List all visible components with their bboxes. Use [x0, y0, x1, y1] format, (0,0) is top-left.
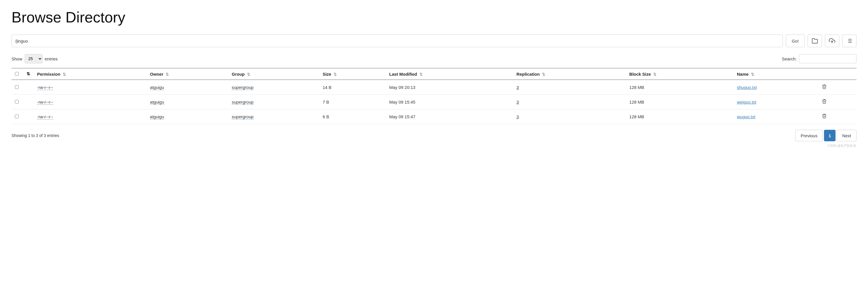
folder-button[interactable]: [808, 34, 822, 47]
row-last-modified-0: May 09 20:13: [386, 80, 513, 95]
row-permission-1: -rw-r--r--: [34, 95, 147, 109]
row-last-modified-1: May 09 15:45: [386, 95, 513, 109]
delete-button-2[interactable]: [822, 113, 827, 120]
delete-button-1[interactable]: [822, 99, 827, 105]
row-sort-1: [23, 95, 34, 109]
show-label: Show: [11, 56, 23, 61]
pagination-row: Showing 1 to 3 of 3 entries Previous 1 N…: [11, 130, 857, 141]
permission-sort-icon: ⇅: [63, 72, 66, 77]
row-name-2: wuguo.txt: [734, 109, 818, 124]
modified-sort-icon: ⇅: [420, 72, 423, 77]
row-owner-0: atguigu: [147, 80, 228, 95]
replication-sort-icon: ⇅: [542, 72, 545, 77]
blocksize-sort-icon: ⇅: [653, 72, 656, 77]
col-name[interactable]: Name ⇅: [734, 68, 818, 80]
row-delete-0: [818, 80, 857, 95]
watermark: CSDN @生产队队长: [11, 144, 857, 148]
row-replication-1: 3: [513, 95, 626, 109]
path-input[interactable]: [11, 34, 783, 47]
table-row: -rw-r--r-- atguigu supergroup 6 B May 09…: [11, 109, 857, 124]
col-replication[interactable]: Replication ⇅: [513, 68, 626, 80]
row-name-1: weiguo.txt: [734, 95, 818, 109]
row-size-2: 6 B: [319, 109, 386, 124]
entries-select[interactable]: 10 25 50 100: [25, 54, 42, 63]
row-permission-2: -rw-r--r--: [34, 109, 147, 124]
row-sort-0: [23, 80, 34, 95]
showing-text: Showing 1 to 3 of 3 entries: [11, 133, 59, 138]
row-checkbox-cell: [11, 109, 23, 124]
row-group-0: supergroup: [228, 80, 319, 95]
permission-link-0[interactable]: -rw-r--r--: [37, 85, 53, 90]
permission-link-2[interactable]: -rw-r--r--: [37, 114, 53, 119]
file-link-0[interactable]: shuguo.txt: [737, 85, 757, 90]
row-checkbox-cell: [11, 95, 23, 109]
upload-button[interactable]: [825, 34, 839, 47]
page-title: Browse Directory: [11, 9, 857, 26]
entries-label: entries: [45, 56, 58, 61]
row-size-0: 14 B: [319, 80, 386, 95]
col-owner[interactable]: Owner ⇅: [147, 68, 228, 80]
col-size[interactable]: Size ⇅: [319, 68, 386, 80]
search-label: Search:: [782, 56, 797, 61]
files-table: ⇅ Permission ⇅ Owner ⇅ Group ⇅ Size ⇅ La…: [11, 68, 857, 124]
replication-link-1[interactable]: 3: [516, 100, 519, 105]
owner-link-2[interactable]: atguigu: [150, 114, 164, 119]
row-group-2: supergroup: [228, 109, 319, 124]
col-actions: [818, 68, 857, 80]
table-header-row: ⇅ Permission ⇅ Owner ⇅ Group ⇅ Size ⇅ La…: [11, 68, 857, 80]
trash-icon: [822, 84, 827, 89]
row-owner-2: atguigu: [147, 109, 228, 124]
file-link-1[interactable]: weiguo.txt: [737, 100, 756, 105]
table-row: -rw-r--r-- atguigu supergroup 14 B May 0…: [11, 80, 857, 95]
permission-link-1[interactable]: -rw-r--r--: [37, 100, 53, 105]
row-permission-0: -rw-r--r--: [34, 80, 147, 95]
row-checkbox-1[interactable]: [15, 100, 19, 104]
col-checkbox: [11, 68, 23, 80]
row-replication-2: 3: [513, 109, 626, 124]
go-button[interactable]: Go!: [786, 34, 805, 47]
controls-row: Show 10 25 50 100 entries Search:: [11, 54, 857, 63]
row-last-modified-2: May 09 15:47: [386, 109, 513, 124]
check-all-checkbox[interactable]: [15, 72, 19, 76]
col-last-modified[interactable]: Last Modified ⇅: [386, 68, 513, 80]
owner-sort-icon: ⇅: [165, 72, 169, 77]
row-checkbox-2[interactable]: [15, 115, 19, 118]
previous-button[interactable]: Previous: [795, 130, 823, 141]
group-sort-icon: ⇅: [247, 72, 250, 77]
replication-link-2[interactable]: 3: [516, 114, 519, 119]
search-row: Search:: [782, 54, 857, 63]
row-checkbox-cell: [11, 80, 23, 95]
pagination: Previous 1 Next: [795, 130, 857, 141]
current-page-number: 1: [824, 130, 836, 141]
row-delete-1: [818, 95, 857, 109]
group-link-2[interactable]: supergroup: [232, 114, 254, 119]
row-name-0: shuguo.txt: [734, 80, 818, 95]
row-group-1: supergroup: [228, 95, 319, 109]
row-delete-2: [818, 109, 857, 124]
owner-link-1[interactable]: atguigu: [150, 100, 164, 105]
folder-icon: [812, 38, 818, 44]
row-size-1: 7 B: [319, 95, 386, 109]
col-sort[interactable]: ⇅: [23, 68, 34, 80]
col-block-size[interactable]: Block Size ⇅: [626, 68, 734, 80]
next-button[interactable]: Next: [837, 130, 857, 141]
delete-button-0[interactable]: [822, 84, 827, 90]
file-link-2[interactable]: wuguo.txt: [737, 114, 755, 119]
col-group[interactable]: Group ⇅: [228, 68, 319, 80]
trash-icon: [822, 113, 827, 118]
group-link-0[interactable]: supergroup: [232, 85, 254, 90]
list-button[interactable]: [842, 34, 857, 47]
show-entries: Show 10 25 50 100 entries: [11, 54, 58, 63]
row-block-size-2: 128 MB: [626, 109, 734, 124]
search-input[interactable]: [799, 54, 857, 63]
group-link-1[interactable]: supergroup: [232, 100, 254, 105]
col-permission[interactable]: Permission ⇅: [34, 68, 147, 80]
size-sort-icon: ⇅: [334, 72, 337, 77]
row-checkbox-0[interactable]: [15, 85, 19, 89]
replication-link-0[interactable]: 3: [516, 85, 519, 90]
row-block-size-0: 128 MB: [626, 80, 734, 95]
owner-link-0[interactable]: atguigu: [150, 85, 164, 90]
row-replication-0: 3: [513, 80, 626, 95]
table-row: -rw-r--r-- atguigu supergroup 7 B May 09…: [11, 95, 857, 109]
row-block-size-1: 128 MB: [626, 95, 734, 109]
